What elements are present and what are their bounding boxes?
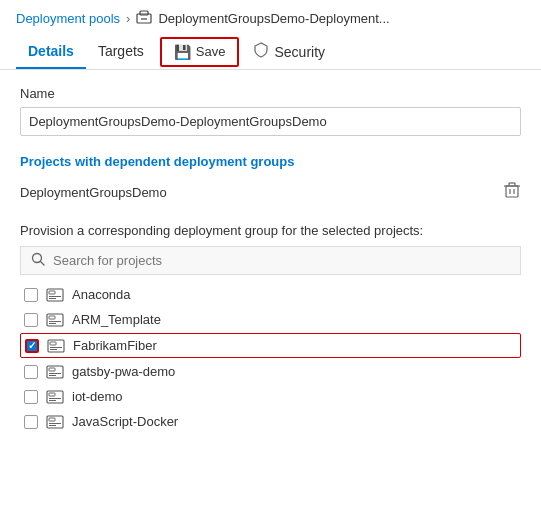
list-item: iot-demo bbox=[20, 385, 521, 408]
project-label: JavaScript-Docker bbox=[72, 414, 178, 429]
shield-icon bbox=[253, 42, 269, 61]
project-checkbox[interactable] bbox=[24, 415, 38, 429]
dependent-project-name: DeploymentGroupsDemo bbox=[20, 185, 167, 200]
svg-line-11 bbox=[41, 262, 45, 266]
save-icon: 💾 bbox=[174, 44, 191, 60]
deployment-group-icon bbox=[136, 10, 152, 26]
svg-rect-25 bbox=[49, 368, 55, 371]
project-label: FabrikamFiber bbox=[73, 338, 157, 353]
project-checkbox[interactable] bbox=[25, 339, 39, 353]
project-icon bbox=[47, 339, 65, 353]
project-icon bbox=[46, 390, 64, 404]
save-button[interactable]: 💾 Save bbox=[160, 37, 240, 67]
name-label: Name bbox=[20, 86, 521, 101]
tab-security[interactable]: Security bbox=[243, 34, 335, 69]
dependent-title: Projects with dependent deployment group… bbox=[20, 154, 521, 169]
list-item: FabrikamFiber bbox=[20, 333, 521, 358]
search-icon bbox=[31, 252, 45, 269]
list-item: gatsby-pwa-demo bbox=[20, 360, 521, 383]
list-item: Anaconda bbox=[20, 283, 521, 306]
tab-details[interactable]: Details bbox=[16, 35, 86, 69]
breadcrumb-separator: › bbox=[126, 11, 130, 26]
search-box bbox=[20, 246, 521, 275]
provision-section: Provision a corresponding deployment gro… bbox=[20, 223, 521, 433]
svg-rect-21 bbox=[50, 342, 56, 345]
list-item: ARM_Template bbox=[20, 308, 521, 331]
provision-label: Provision a corresponding deployment gro… bbox=[20, 223, 521, 238]
breadcrumb-current: DeploymentGroupsDemo-Deployment... bbox=[158, 11, 389, 26]
project-icon bbox=[46, 288, 64, 302]
project-checkbox[interactable] bbox=[24, 365, 38, 379]
name-field-group: Name bbox=[20, 86, 521, 136]
main-content: Name Projects with dependent deployment … bbox=[0, 70, 541, 449]
svg-rect-3 bbox=[506, 186, 518, 197]
delete-icon[interactable] bbox=[503, 181, 521, 203]
project-icon bbox=[46, 313, 64, 327]
breadcrumb: Deployment pools › DeploymentGroupsDemo-… bbox=[0, 0, 541, 34]
svg-rect-17 bbox=[49, 316, 55, 319]
save-label: Save bbox=[196, 44, 226, 59]
dependent-project-row: DeploymentGroupsDemo bbox=[20, 177, 521, 207]
svg-rect-33 bbox=[49, 418, 55, 421]
dependent-section: Projects with dependent deployment group… bbox=[20, 154, 521, 207]
project-label: gatsby-pwa-demo bbox=[72, 364, 175, 379]
project-label: ARM_Template bbox=[72, 312, 161, 327]
search-input[interactable] bbox=[53, 253, 510, 268]
project-label: iot-demo bbox=[72, 389, 123, 404]
project-icon bbox=[46, 365, 64, 379]
tab-targets[interactable]: Targets bbox=[86, 35, 156, 69]
project-icon bbox=[46, 415, 64, 429]
svg-rect-13 bbox=[49, 291, 55, 294]
project-checkbox[interactable] bbox=[24, 390, 38, 404]
list-item: JavaScript-Docker bbox=[20, 410, 521, 433]
project-label: Anaconda bbox=[72, 287, 131, 302]
tabs-bar: Details Targets 💾 Save Security bbox=[0, 34, 541, 70]
name-input[interactable] bbox=[20, 107, 521, 136]
project-checkbox[interactable] bbox=[24, 288, 38, 302]
project-checkbox[interactable] bbox=[24, 313, 38, 327]
security-label: Security bbox=[274, 44, 325, 60]
project-list: Anaconda ARM_Template FabrikamFiber gats… bbox=[20, 283, 521, 433]
breadcrumb-root[interactable]: Deployment pools bbox=[16, 11, 120, 26]
svg-rect-29 bbox=[49, 393, 55, 396]
